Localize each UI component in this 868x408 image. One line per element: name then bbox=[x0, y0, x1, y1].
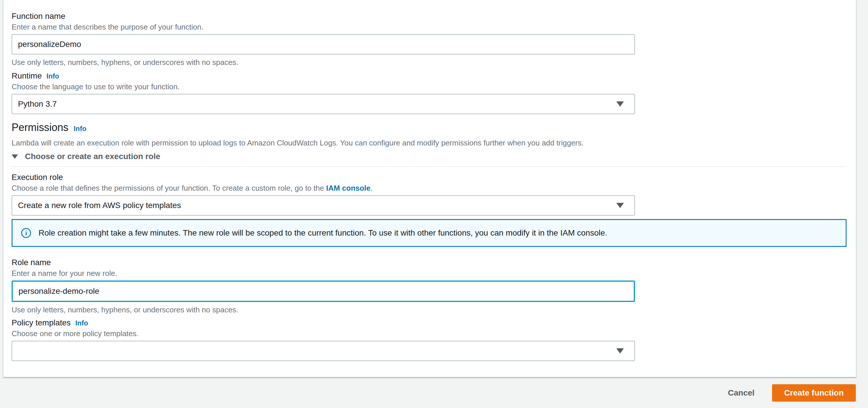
footer-action-bar: Cancel Create function bbox=[3, 378, 857, 408]
policy-templates-info-link[interactable]: Info bbox=[75, 319, 88, 327]
execution-role-description: Choose a role that defines the permissio… bbox=[11, 183, 846, 193]
role-name-constraint: Use only letters, numbers, hyphens, or u… bbox=[11, 305, 846, 315]
policy-templates-label-row: Policy templates Info bbox=[11, 318, 846, 328]
execution-role-group: Execution role Choose a role that define… bbox=[11, 172, 846, 216]
execution-role-selected-value: Create a new role from AWS policy templa… bbox=[18, 201, 181, 210]
function-name-input[interactable] bbox=[11, 34, 635, 55]
section-divider bbox=[11, 166, 846, 167]
permissions-description: Lambda will create an execution role wit… bbox=[11, 138, 846, 148]
role-creation-alert: i Role creation might take a few minutes… bbox=[11, 219, 846, 247]
policy-templates-select[interactable] bbox=[11, 341, 635, 361]
create-function-button[interactable]: Create function bbox=[772, 384, 856, 402]
runtime-select[interactable]: Python 3.7 bbox=[11, 94, 635, 114]
runtime-label: Runtime bbox=[11, 71, 42, 81]
execution-role-expander-label: Choose or create an execution role bbox=[25, 151, 160, 162]
cancel-button[interactable]: Cancel bbox=[728, 388, 755, 398]
execution-role-select[interactable]: Create a new role from AWS policy templa… bbox=[11, 195, 635, 216]
permissions-section: Permissions Info Lambda will create an e… bbox=[11, 121, 846, 167]
function-name-group: Function name Enter a name that describe… bbox=[11, 11, 846, 67]
iam-console-link[interactable]: IAM console bbox=[326, 184, 371, 192]
runtime-group: Runtime Info Choose the language to use … bbox=[11, 71, 846, 114]
runtime-description: Choose the language to use to write your… bbox=[11, 82, 846, 92]
chevron-down-icon bbox=[616, 348, 624, 353]
policy-templates-description: Choose one or more policy templates. bbox=[11, 328, 846, 339]
permissions-info-link[interactable]: Info bbox=[74, 124, 86, 133]
execution-role-label: Execution role bbox=[11, 172, 846, 183]
chevron-down-icon bbox=[616, 203, 624, 208]
function-name-constraint: Use only letters, numbers, hyphens, or u… bbox=[11, 57, 846, 67]
role-name-description: Enter a name for your new role. bbox=[11, 268, 846, 278]
create-function-page: Function name Enter a name that describe… bbox=[0, 0, 868, 408]
info-circle-icon: i bbox=[21, 228, 31, 238]
runtime-selected-value: Python 3.7 bbox=[18, 99, 57, 109]
execution-role-description-suffix: . bbox=[371, 184, 373, 192]
execution-role-expander[interactable]: Choose or create an execution role bbox=[11, 151, 846, 162]
chevron-down-icon bbox=[616, 101, 624, 107]
execution-role-description-prefix: Choose a role that defines the permissio… bbox=[11, 184, 326, 192]
function-name-label: Function name bbox=[11, 11, 846, 22]
runtime-label-row: Runtime Info bbox=[11, 71, 846, 81]
role-name-label: Role name bbox=[11, 257, 846, 268]
policy-templates-group: Policy templates Info Choose one or more… bbox=[11, 318, 846, 361]
role-creation-alert-text: Role creation might take a few minutes. … bbox=[38, 228, 608, 238]
triangle-down-icon bbox=[11, 154, 18, 159]
policy-templates-label: Policy templates bbox=[11, 318, 71, 328]
runtime-info-link[interactable]: Info bbox=[46, 72, 59, 81]
permissions-section-title: Permissions bbox=[11, 121, 68, 134]
permissions-header-row: Permissions Info bbox=[11, 121, 846, 134]
basic-information-panel: Function name Enter a name that describe… bbox=[3, 0, 857, 378]
role-name-group: Role name Enter a name for your new role… bbox=[11, 257, 846, 315]
function-name-description: Enter a name that describes the purpose … bbox=[11, 22, 846, 32]
role-name-input[interactable] bbox=[11, 281, 635, 302]
role-creation-alert-wrapper: i Role creation might take a few minutes… bbox=[11, 219, 846, 247]
